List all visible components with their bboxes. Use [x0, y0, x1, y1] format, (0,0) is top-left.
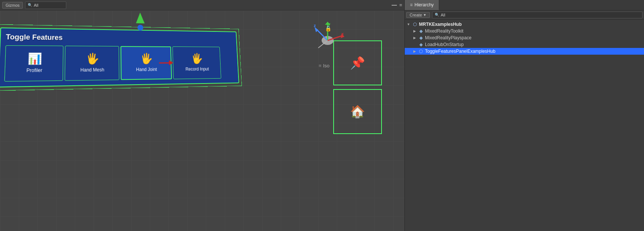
hierarchy-tab-bar: ≡ Hierarchy	[405, 0, 644, 10]
iso-label: ≡ Iso	[319, 63, 329, 69]
iso-menu-icon: ≡	[319, 63, 322, 69]
hierarchy-search: 🔍	[432, 12, 643, 18]
hierarchy-tab[interactable]: ≡ Hierarchy	[405, 0, 439, 10]
record-input-icon: 🖐	[191, 54, 203, 64]
svg-marker-2	[315, 27, 318, 32]
tree-arrow-mixedrealitytoolkit: ▶	[412, 29, 417, 33]
viewport-search: 🔍	[25, 1, 66, 9]
hand-mesh-icon: 🖐	[86, 54, 99, 64]
diamond-icon-playspace: ◆	[418, 35, 424, 40]
pin-icon: 📌	[350, 56, 365, 70]
home-icon: 🏠	[350, 104, 365, 119]
hierarchy-tab-icon: ≡	[410, 2, 413, 7]
hand-mesh-label: Hand Mesh	[80, 67, 104, 73]
record-input-label: Record Input	[185, 67, 209, 72]
tree-item-loadhubonstartup[interactable]: ▶ ◆ LoadHubOnStartup	[405, 41, 644, 48]
hand-mesh-button[interactable]: 🖐 Hand Mesh	[65, 46, 119, 81]
toggle-features-panel: Toggle Features 📊 Profiler 🖐 Hand Mesh	[0, 27, 239, 87]
viewport-search-input[interactable]	[34, 3, 64, 7]
tree-arrow-mixedrealityplayspace: ▶	[412, 36, 417, 40]
gizmos-button[interactable]: Gizmos	[2, 2, 23, 9]
tree-item-mixedrealityplayspace[interactable]: ▶ ◆ MixedRealityPlayspace	[405, 34, 644, 41]
tree-label-mixedrealitytoolkit: MixedRealityToolkit	[425, 28, 464, 34]
svg-text:z: z	[314, 23, 316, 28]
diamond-icon-loadhub: ◆	[418, 42, 424, 47]
hand-joint-label: Hand Joint	[136, 67, 157, 72]
hierarchy-tab-label: Hierarchy	[414, 2, 434, 7]
unity-icon-togglefeatures: ⬡	[418, 49, 424, 54]
hierarchy-search-icon: 🔍	[435, 13, 439, 17]
toggle-panel-content: Toggle Features 📊 Profiler 🖐 Hand Mesh	[0, 27, 239, 87]
green-cone	[136, 12, 145, 23]
tree-item-togglefeaturespanel[interactable]: ▶ ⬡ ToggleFeaturesPanelExamplesHub	[405, 48, 644, 55]
toggle-panel-title: Toggle Features	[6, 33, 233, 43]
profiler-label: Profiler	[26, 67, 42, 73]
profiler-button[interactable]: 📊 Profiler	[4, 45, 64, 82]
hierarchy-search-input[interactable]	[441, 13, 640, 17]
viewport-menu-icon[interactable]	[392, 4, 397, 6]
tree-label-togglefeaturespanel: ToggleFeaturesPanelExamplesHub	[425, 49, 495, 54]
hierarchy-panel: ≡ Hierarchy Create ▼ 🔍 ▼ ⬡ MRTKExamplesH…	[404, 0, 644, 231]
viewport: Gizmos 🔍 ≡ Toggle Feature	[0, 0, 404, 231]
red-arrow	[159, 60, 173, 66]
tree-arrow-togglefeatures: ▶	[412, 49, 417, 53]
hierarchy-toolbar: Create ▼ 🔍	[405, 10, 644, 19]
hierarchy-content: ▼ ⬡ MRTKExamplesHub ▶ ◆ MixedRealityTool…	[405, 19, 644, 231]
lock-icon[interactable]: 🔒	[325, 25, 331, 31]
create-button[interactable]: Create ▼	[406, 12, 430, 18]
tree-item-mrtkexampleshub[interactable]: ▼ ⬡ MRTKExamplesHub	[405, 21, 644, 28]
tree-label-loadhubonstartup: LoadHubOnStartup	[425, 42, 464, 47]
tree-arrow-mrtkexampleshub: ▼	[406, 22, 411, 26]
toggle-buttons-row: 📊 Profiler 🖐 Hand Mesh 🖐 Hand Joint	[4, 45, 234, 82]
scene-area: Toggle Features 📊 Profiler 🖐 Hand Mesh	[0, 10, 404, 231]
create-label: Create	[410, 13, 422, 17]
main-layout: Gizmos 🔍 ≡ Toggle Feature	[0, 0, 644, 231]
tree-label-mrtkexampleshub: MRTKExamplesHub	[419, 22, 462, 27]
selection-indicator	[136, 12, 145, 31]
diamond-icon-toolkit: ◆	[418, 28, 424, 34]
tree-item-mixedrealitytoolkit[interactable]: ▶ ◆ MixedRealityToolkit	[405, 28, 644, 34]
record-input-button[interactable]: 🖐 Record Input	[172, 46, 221, 79]
svg-text:x: x	[341, 31, 344, 36]
profiler-icon: 📊	[27, 53, 42, 64]
search-icon: 🔍	[28, 3, 32, 7]
hand-joint-icon: 🖐	[140, 54, 153, 64]
viewport-toolbar: Gizmos 🔍 ≡	[0, 0, 404, 10]
blue-dot	[137, 25, 143, 31]
tree-label-mixedrealityplayspace: MixedRealityPlayspace	[425, 35, 471, 40]
viewport-options-icon[interactable]: ≡	[399, 2, 402, 8]
create-dropdown-icon: ▼	[423, 13, 426, 17]
home-box: 🏠	[333, 89, 382, 134]
unity-logo-icon: ⬡	[412, 22, 418, 27]
